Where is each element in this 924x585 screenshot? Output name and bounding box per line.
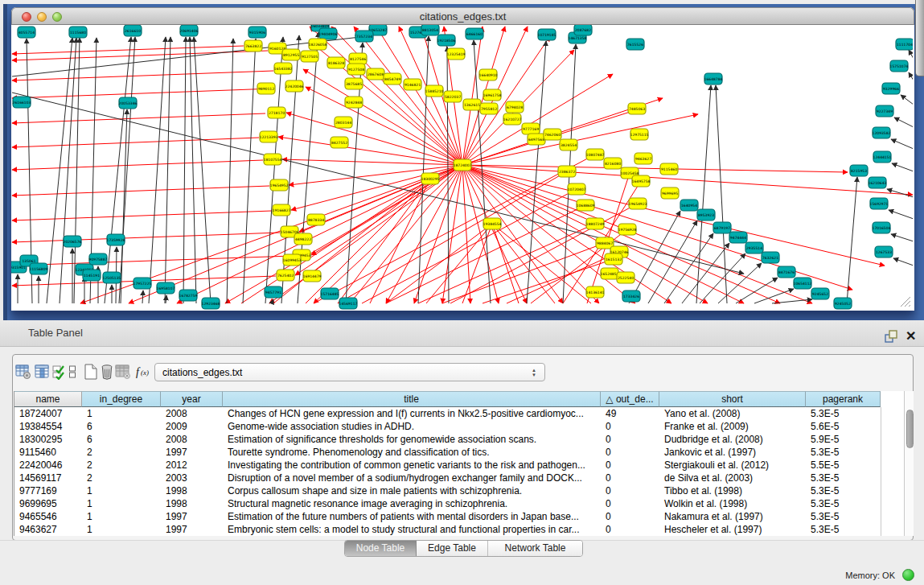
memory-status-icon[interactable] [902, 569, 914, 581]
graph-node[interactable]: 4055714 [18, 27, 35, 38]
graph-node[interactable]: 16640910 [479, 69, 498, 80]
graph-node[interactable]: 12505135 [103, 272, 121, 283]
resize-grip-icon[interactable] [898, 295, 911, 307]
column-header-in_degree[interactable]: in_degree [82, 391, 161, 407]
graph-node[interactable]: 8813054 [421, 25, 439, 35]
graph-node[interactable]: 9315906 [248, 27, 266, 38]
network-window[interactable]: citations_edges.txt 40557141115680261661… [11, 7, 914, 311]
graph-node[interactable]: 16210643 [869, 177, 887, 188]
graph-node[interactable]: 8912955 [282, 49, 300, 60]
graph-node[interactable]: 19384554 [483, 218, 502, 229]
tab-edge-table[interactable]: Edge Table [417, 541, 488, 556]
graph-node[interactable]: 8216080 [604, 158, 622, 169]
graph-node[interactable]: 12975115 [630, 129, 649, 140]
column-header-short[interactable]: short [659, 391, 806, 407]
table-row[interactable]: 1872400712008Changes of HCN gene express… [14, 407, 881, 420]
graph-node[interactable]: 16524851 [601, 268, 619, 279]
graph-node[interactable]: 12325419 [447, 48, 466, 60]
table-row[interactable]: 1830029562008Estimation of significance … [14, 433, 881, 446]
graph-node[interactable]: 19166827 [273, 204, 291, 216]
graph-node[interactable]: 9242848 [345, 97, 363, 108]
graph-node[interactable]: 2803144 [335, 117, 352, 128]
graph-node[interactable]: 8215953 [850, 165, 868, 176]
graph-node[interactable]: 4498222 [294, 233, 312, 245]
column-header-name[interactable]: name [14, 391, 82, 407]
graph-node[interactable]: 2522540 [617, 272, 634, 283]
select-columns-icon[interactable] [52, 364, 65, 383]
graph-node[interactable]: 17359928 [107, 234, 125, 245]
graph-node[interactable]: 7632621 [762, 252, 779, 263]
graph-node[interactable]: 19218506 [437, 35, 456, 46]
row-height-icon[interactable] [68, 364, 76, 383]
graph-node[interactable]: 2087682 [574, 25, 592, 35]
column-header-out_de[interactable]: △ out_de... [601, 391, 659, 407]
graph-node[interactable]: 6879197 [713, 222, 731, 233]
import-table-icon[interactable] [115, 364, 131, 383]
graph-node[interactable]: 1615132 [605, 253, 622, 265]
graph-node[interactable]: 9777169 [522, 123, 540, 134]
graph-node[interactable]: 12093582 [873, 127, 891, 138]
column-header-pagerank[interactable]: pagerank [806, 391, 881, 407]
graph-node[interactable]: 9146821 [404, 79, 421, 90]
tab-network-table[interactable]: Network Table [488, 541, 582, 556]
graph-node[interactable]: 16648784 [704, 73, 723, 84]
graph-node[interactable]: 1362615 [463, 99, 481, 110]
graph-node[interactable]: 8186328 [327, 57, 345, 68]
graph-node[interactable]: 2616610 [124, 25, 142, 36]
graph-node[interactable]: 1115680 [69, 27, 87, 38]
graph-node[interactable]: 10807487 [586, 149, 605, 160]
graph-node[interactable]: 15885210 [425, 85, 444, 97]
graph-node[interactable]: 16210727 [503, 113, 522, 125]
graph-node[interactable]: 10720407 [568, 183, 586, 195]
graph-node[interactable]: 12444151 [873, 151, 892, 163]
graph-node[interactable]: 3824554 [560, 139, 577, 150]
table-row[interactable]: 911546021997Tourette syndrome. Phenomeno… [14, 446, 881, 459]
table-row[interactable]: 946554611997Estimation of the future num… [14, 510, 881, 523]
graph-node[interactable]: 90975887 [89, 253, 108, 265]
graph-node[interactable]: 9457791 [265, 286, 282, 298]
graph-node[interactable]: 8454749 [384, 73, 401, 84]
table-row[interactable]: 1938455462009Genome-wide association stu… [14, 420, 881, 433]
graph-node[interactable]: 19756928 [618, 224, 637, 235]
graph-node[interactable]: 15716485 [321, 288, 339, 299]
graph-node[interactable]: 16958107 [157, 282, 175, 294]
graph-node[interactable]: 1640954 [680, 200, 698, 211]
graph-node[interactable]: 14136141 [586, 286, 605, 298]
graph-node[interactable]: 18724007 [454, 159, 472, 171]
graph-node[interactable]: 9463627 [634, 153, 652, 164]
table-row[interactable]: 977716911998Corpus callosum shape and si… [14, 484, 881, 497]
graph-node[interactable]: 2935514 [745, 242, 763, 253]
graph-node[interactable]: 10688609 [577, 200, 595, 211]
graph-node[interactable]: 16961758 [483, 89, 502, 101]
graph-node[interactable]: 26166103 [13, 97, 31, 108]
graph-node[interactable]: 9890112 [257, 83, 275, 94]
graph-node[interactable]: 9474444 [729, 232, 747, 243]
table-row[interactable]: 2242004622012Investigating the contribut… [14, 459, 881, 472]
table-vertical-scrollbar[interactable] [904, 391, 914, 536]
graph-node[interactable]: 18300295 [421, 173, 440, 184]
graph-node[interactable]: 16495758 [632, 175, 651, 187]
graph-node[interactable]: 2386372 [558, 166, 576, 177]
graph-node[interactable]: 18107554 [264, 154, 282, 165]
graph-node[interactable]: 22420046 [285, 80, 304, 92]
graph-node[interactable]: 20053346 [119, 97, 138, 109]
graph-node[interactable]: 20206576 [64, 236, 82, 247]
graph-node[interactable]: 19404906 [319, 28, 338, 39]
graph-node[interactable]: 9245652 [811, 288, 829, 299]
function-builder-icon[interactable]: f(x) [135, 364, 156, 383]
graph-node[interactable]: 7955812 [480, 103, 498, 114]
graph-node[interactable]: 19654952 [270, 179, 289, 191]
tab-node-table[interactable]: Node Table [345, 541, 417, 556]
graph-node[interactable]: 1733426 [622, 290, 640, 302]
graph-node[interactable]: 3875685 [345, 78, 363, 89]
graph-node[interactable]: 9227349 [876, 105, 893, 117]
graph-node[interactable]: 17016504 [873, 222, 891, 233]
table-row[interactable]: 946362711997Embryonic stem cells: a mode… [14, 523, 881, 536]
graph-node[interactable]: 7625402 [277, 270, 294, 281]
graph-node[interactable]: 1111704 [896, 39, 913, 50]
graph-node[interactable]: 16914479 [303, 270, 322, 282]
graph-node[interactable]: 18807249 [586, 218, 605, 229]
graph-node[interactable]: 1267533 [875, 246, 893, 257]
graph-node[interactable]: 7663822 [244, 40, 262, 51]
delete-table-icon[interactable] [100, 364, 114, 383]
